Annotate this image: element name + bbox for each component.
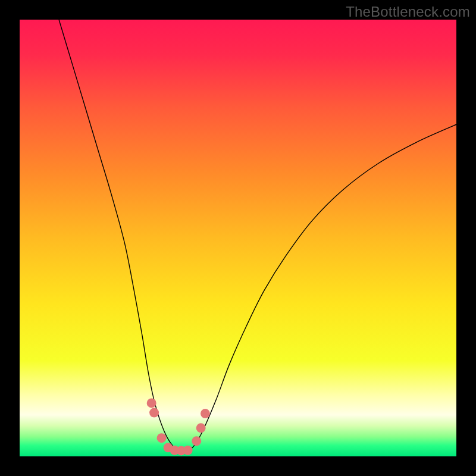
dot-marker bbox=[201, 409, 210, 418]
dot-marker bbox=[196, 423, 206, 433]
bottleneck-curve bbox=[59, 20, 456, 452]
dot-marker bbox=[147, 398, 156, 408]
dot-marker bbox=[183, 446, 193, 455]
curve-layer bbox=[20, 20, 456, 456]
dot-marker bbox=[192, 436, 201, 446]
dot-marker bbox=[157, 433, 167, 443]
dot-marker bbox=[149, 408, 159, 418]
chart-frame: TheBottleneck.com bbox=[0, 0, 476, 476]
watermark-text: TheBottleneck.com bbox=[346, 4, 470, 20]
plot-area bbox=[20, 20, 456, 456]
